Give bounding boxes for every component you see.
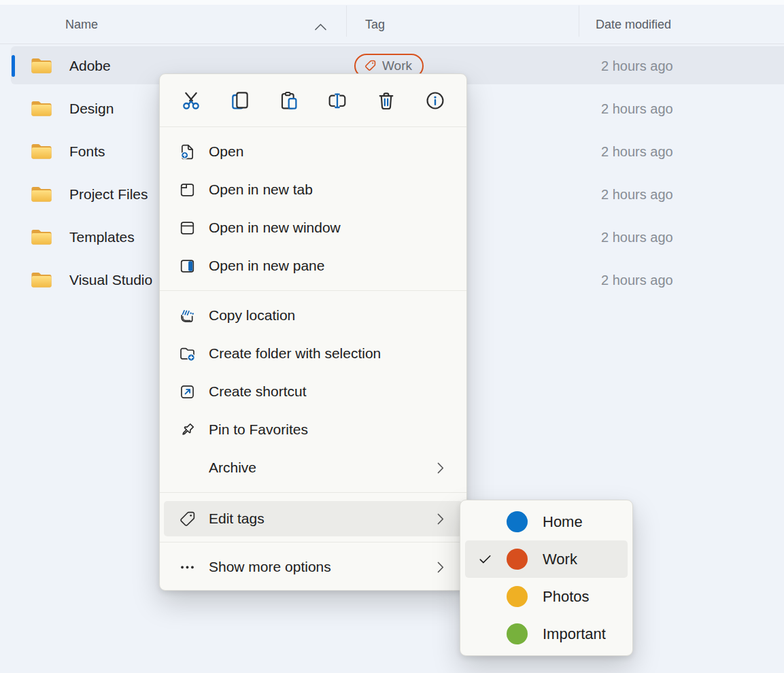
column-header-name[interactable]: Name — [65, 17, 98, 31]
cut-button[interactable] — [175, 84, 207, 117]
create-shortcut-icon — [177, 382, 197, 401]
column-divider[interactable] — [346, 5, 347, 37]
delete-button[interactable] — [370, 84, 403, 117]
tag-color-dot-work — [507, 549, 528, 570]
new-tab-icon — [177, 180, 197, 199]
new-window-icon — [177, 218, 197, 237]
submenu-item-label: Home — [543, 513, 583, 531]
date-modified: 2 hours ago — [601, 272, 673, 288]
folder-icon — [30, 271, 53, 290]
menu-item-create-shortcut[interactable]: Create shortcut — [160, 373, 466, 411]
folder-icon — [30, 228, 53, 247]
context-menu-toolbar — [160, 74, 466, 126]
date-modified: 2 hours ago — [601, 186, 673, 202]
submenu-item-label: Photos — [543, 588, 590, 606]
paste-button[interactable] — [273, 84, 305, 117]
menu-item-label: Open in new window — [209, 220, 341, 236]
menu-item-open-in-new-pane[interactable]: Open in new pane — [160, 247, 466, 285]
delete-icon — [375, 90, 397, 111]
menu-item-open-in-new-tab[interactable]: Open in new tab — [160, 171, 466, 209]
file-name: Fonts — [69, 143, 105, 160]
new-pane-icon — [177, 256, 197, 275]
archive-icon-placeholder — [177, 458, 197, 477]
menu-item-pin-to-favorites[interactable]: Pin to Favorites — [160, 411, 466, 449]
pin-icon — [177, 420, 197, 439]
menu-item-label: Pin to Favorites — [209, 421, 308, 438]
copy-icon — [229, 90, 251, 111]
menu-item-archive[interactable]: Archive — [160, 449, 466, 487]
menu-item-label: Create folder with selection — [209, 345, 381, 362]
folder-icon — [30, 185, 53, 204]
menu-item-create-folder-with-selection[interactable]: Create folder with selection — [160, 334, 466, 373]
file-name: Design — [69, 101, 114, 117]
chevron-right-icon — [437, 513, 445, 525]
submenu-item-label: Work — [543, 551, 577, 568]
tag-icon — [177, 509, 197, 528]
column-header: Name Tag Date modified — [0, 5, 784, 44]
menu-item-label: Show more options — [209, 559, 331, 575]
tag-submenu: Home Work Photos Important — [460, 500, 633, 656]
column-divider[interactable] — [579, 5, 579, 37]
tag-badge-label: Work — [382, 58, 412, 73]
submenu-item-work[interactable]: Work — [465, 540, 628, 578]
rename-button[interactable] — [321, 84, 354, 117]
date-modified: 2 hours ago — [601, 229, 673, 245]
file-name: Templates — [69, 229, 135, 245]
check-placeholder — [475, 513, 494, 532]
menu-item-open[interactable]: Open — [160, 133, 466, 171]
create-folder-icon — [177, 344, 197, 363]
tag-color-dot-important — [507, 623, 528, 644]
folder-icon — [30, 99, 53, 118]
context-menu: Open Open in new tab Open in new window — [159, 73, 467, 591]
tag-color-dot-home — [507, 511, 528, 532]
file-name: Visual Studio — [69, 272, 152, 288]
rename-icon — [326, 90, 348, 111]
menu-item-label: Edit tags — [209, 511, 265, 527]
menu-item-open-in-new-window[interactable]: Open in new window — [160, 209, 466, 247]
folder-icon — [30, 142, 53, 161]
cut-icon — [180, 90, 202, 111]
menu-item-label: Archive — [209, 460, 256, 476]
date-modified: 2 hours ago — [601, 143, 673, 159]
tag-color-dot-photos — [507, 586, 528, 607]
submenu-item-home[interactable]: Home — [465, 503, 628, 540]
copy-button[interactable] — [224, 84, 256, 117]
menu-item-label: Create shortcut — [209, 383, 307, 400]
date-modified: 2 hours ago — [601, 58, 673, 73]
column-header-date-modified[interactable]: Date modified — [596, 17, 671, 31]
file-name: Project Files — [69, 186, 148, 203]
column-header-tag[interactable]: Tag — [365, 17, 385, 31]
menu-item-copy-location[interactable]: Copy location — [160, 296, 466, 334]
menu-item-label: Open in new tab — [209, 182, 313, 198]
chevron-right-icon — [437, 561, 445, 573]
paste-icon — [278, 90, 300, 111]
check-placeholder — [475, 587, 494, 606]
ellipsis-icon — [177, 557, 197, 576]
selection-accent-bar — [12, 55, 15, 77]
submenu-item-important[interactable]: Important — [465, 615, 628, 653]
open-icon — [177, 142, 197, 161]
submenu-item-label: Important — [543, 625, 606, 643]
menu-item-show-more-options[interactable]: Show more options — [160, 548, 466, 586]
menu-item-label: Copy location — [209, 307, 295, 324]
properties-button[interactable] — [419, 84, 451, 117]
file-name: Adobe — [69, 58, 111, 74]
submenu-item-photos[interactable]: Photos — [465, 578, 628, 615]
menu-item-label: Open — [209, 143, 243, 160]
chevron-right-icon — [437, 462, 445, 474]
sort-ascending-icon[interactable] — [314, 23, 327, 31]
check-placeholder — [475, 625, 494, 644]
window-top-strip — [0, 0, 784, 5]
menu-item-label: Open in new pane — [209, 258, 324, 274]
properties-icon — [424, 90, 446, 111]
tag-icon — [364, 59, 377, 72]
folder-icon — [30, 56, 53, 75]
checkmark-icon — [475, 550, 494, 569]
menu-item-edit-tags[interactable]: Edit tags — [164, 501, 462, 536]
date-modified: 2 hours ago — [601, 101, 673, 116]
copy-location-icon — [177, 306, 197, 325]
